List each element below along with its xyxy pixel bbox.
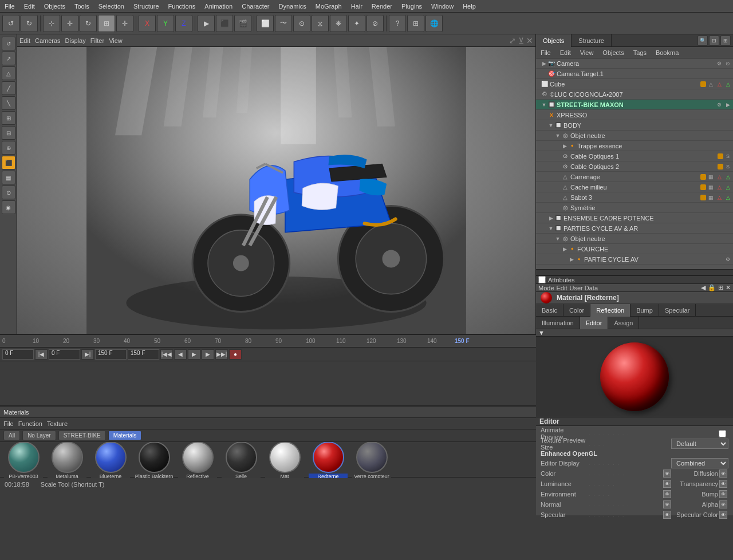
obj-cache[interactable]: △ Cache milieu ▦ △ △ — [536, 182, 733, 192]
menu-character[interactable]: Character — [237, 3, 274, 10]
left-tool-10[interactable]: ▦ — [2, 171, 15, 184]
editor-display-select[interactable]: Combined — [671, 458, 728, 468]
menu-help[interactable]: Help — [458, 3, 480, 10]
mat-item-mat[interactable]: Mat — [265, 442, 305, 478]
obj-trappe[interactable]: ▶ 🔸 Trappe essence — [536, 141, 733, 151]
obj-carrenage[interactable]: △ Carrenage ▦ △ △ — [536, 172, 733, 182]
menu-objects[interactable]: Objects — [40, 3, 70, 10]
mat-tab-assign[interactable]: Assign — [608, 317, 639, 329]
obj-body[interactable]: ▼ 🔲 BODY — [536, 120, 733, 131]
obj-camera-target[interactable]: 🎯 Camera.Target.1 — [536, 69, 733, 79]
prev-key-button[interactable]: |◀ — [35, 349, 48, 360]
render-view[interactable]: 🎬 — [234, 15, 251, 32]
calc-tool[interactable]: ⊞ — [407, 15, 424, 32]
filter-all[interactable]: All — [3, 431, 20, 440]
left-tool-3[interactable]: △ — [2, 66, 15, 80]
attr-expand-icon[interactable]: ⊞ — [718, 284, 723, 291]
obj-neutre1[interactable]: ▼ ◎ Objet neutre — [536, 131, 733, 141]
specular-eye-icon[interactable]: 👁 — [663, 511, 671, 519]
bump-eye-icon[interactable]: 👁 — [719, 490, 727, 498]
tab-objects[interactable]: Objects — [536, 34, 572, 47]
menu-hair[interactable]: Hair — [346, 3, 367, 10]
attr-edit[interactable]: Edit — [557, 285, 568, 291]
obj-parties[interactable]: ▼ 🔲 PARTIES CYCLE AV & AR — [536, 223, 733, 234]
prev-frame-button[interactable]: ◀ — [174, 349, 187, 360]
obj-fourche[interactable]: ▶ 🔸 FOURCHE — [536, 244, 733, 254]
filter-streetbike[interactable]: STREET-BIKE — [58, 431, 106, 440]
obj-streetbike[interactable]: ▼ 🔲 STREET-BIKE MAXON ⚙ ▶ — [536, 100, 733, 110]
mat-tab-reflection[interactable]: Reflection — [590, 304, 630, 317]
attr-mode[interactable]: Mode — [538, 285, 554, 291]
objects-search-icon[interactable]: 🔍 — [697, 36, 708, 46]
obj-symetrie[interactable]: ◎ Symétrie — [536, 203, 733, 213]
mat-tab-editor[interactable]: Editor — [580, 317, 609, 329]
obj-partiecycle[interactable]: ▶ 🔸 PARTIE CYCLE AV ⚙ — [536, 254, 733, 265]
mat-tab-color[interactable]: Color — [563, 304, 590, 317]
left-tool-5[interactable]: ╲ — [2, 96, 15, 110]
sweep-tool[interactable]: ⊙ — [293, 15, 310, 32]
menu-mograph[interactable]: MoGraph — [311, 3, 346, 10]
attr-userdata[interactable]: User Data — [570, 285, 598, 291]
luminance-eye-icon[interactable]: 👁 — [663, 480, 671, 488]
obj-camera-ctrl2[interactable]: ⊙ — [724, 60, 732, 68]
obj-neutre1-expand[interactable]: ▼ — [554, 132, 561, 139]
obj-sabot[interactable]: △ Sabot 3 ▦ △ △ — [536, 192, 733, 203]
obj-partiecycle-expand[interactable]: ▶ — [568, 256, 575, 263]
obj-neutre2-expand[interactable]: ▼ — [554, 235, 561, 242]
go-start-button[interactable]: |◀◀ — [160, 349, 173, 360]
menu-file[interactable]: File — [0, 3, 19, 10]
cube-tool[interactable]: ⬜ — [257, 15, 274, 32]
render-frame[interactable]: ▶ — [198, 15, 215, 32]
obj-cube[interactable]: ⬜ Cube △ △ △ — [536, 79, 733, 89]
menu-structure[interactable]: Structure — [129, 3, 164, 10]
obj-cable2[interactable]: ⊙ Cable Optiques 2 S — [536, 161, 733, 172]
obj-menu-edit[interactable]: Edit — [555, 49, 576, 56]
mat-item-blueterne[interactable]: Blueterne — [90, 442, 131, 478]
obj-trappe-expand[interactable]: ▶ — [561, 143, 568, 149]
obj-cable1[interactable]: ⊙ Cable Optiques 1 S — [536, 151, 733, 161]
scale-tool[interactable]: ⊞ — [98, 15, 115, 32]
mat-tab-illumination[interactable]: Illumination — [536, 317, 580, 329]
rotate-tool[interactable]: ↻ — [80, 15, 97, 32]
obj-fourche-expand[interactable]: ▶ — [561, 246, 568, 253]
obj-menu-file[interactable]: File — [536, 49, 555, 56]
mat-menu-file[interactable]: File — [3, 420, 14, 427]
particle-tool[interactable]: ✦ — [348, 15, 365, 32]
menu-window[interactable]: Window — [427, 3, 458, 10]
alpha-eye-icon[interactable]: 👁 — [719, 500, 727, 508]
mat-menu-function[interactable]: Function — [18, 420, 42, 427]
material-expand-arrow[interactable]: ▼ — [538, 329, 545, 336]
play-button[interactable]: ▶ — [188, 349, 200, 360]
left-tool-4[interactable]: ╱ — [2, 81, 15, 95]
left-tool-12[interactable]: ◉ — [2, 200, 15, 214]
menu-dynamics[interactable]: Dynamics — [274, 3, 311, 10]
obj-camera-expand[interactable]: ▶ — [541, 60, 547, 67]
total-frame-input[interactable]: 150 F — [128, 349, 159, 360]
obj-menu-tags[interactable]: Tags — [629, 49, 651, 56]
normal-eye-icon[interactable]: 👁 — [663, 500, 671, 508]
left-tool-2[interactable]: ↗ — [2, 52, 15, 65]
menu-edit[interactable]: Edit — [19, 3, 40, 10]
viewport-menu-display[interactable]: Display — [65, 37, 86, 44]
left-tool-8[interactable]: ⊕ — [2, 141, 15, 155]
mat-menu-texture[interactable]: Texture — [47, 420, 68, 427]
viewport-menu-filter[interactable]: Filter — [90, 37, 104, 44]
mat-tab-basic[interactable]: Basic — [536, 304, 563, 317]
obj-streetbike-expand[interactable]: ▼ — [541, 101, 547, 108]
select-tool[interactable]: ⊹ — [43, 15, 60, 32]
menu-tools[interactable]: Tools — [70, 3, 94, 10]
animate-preview-check[interactable] — [719, 430, 726, 437]
go-end-button[interactable]: ▶▶| — [215, 349, 228, 360]
objects-expand-icon[interactable]: ⊞ — [720, 36, 731, 46]
left-tool-6[interactable]: ⊞ — [2, 111, 15, 125]
end-frame-input[interactable]: 150 F — [95, 349, 127, 360]
current-frame-input[interactable]: 0 F — [2, 349, 34, 360]
texture-preview-select[interactable]: Default — [671, 439, 728, 449]
z-axis[interactable]: Z — [175, 15, 192, 32]
obj-menu-bookma[interactable]: Bookma — [651, 49, 683, 56]
question-tool[interactable]: ? — [389, 15, 406, 32]
environment-eye-icon[interactable]: 👁 — [663, 490, 671, 498]
menu-selection[interactable]: Selection — [94, 3, 129, 10]
obj-menu-objects[interactable]: Objects — [598, 49, 628, 56]
obj-luc[interactable]: © ©LUC CICOGNOLA•2007 — [536, 89, 733, 100]
